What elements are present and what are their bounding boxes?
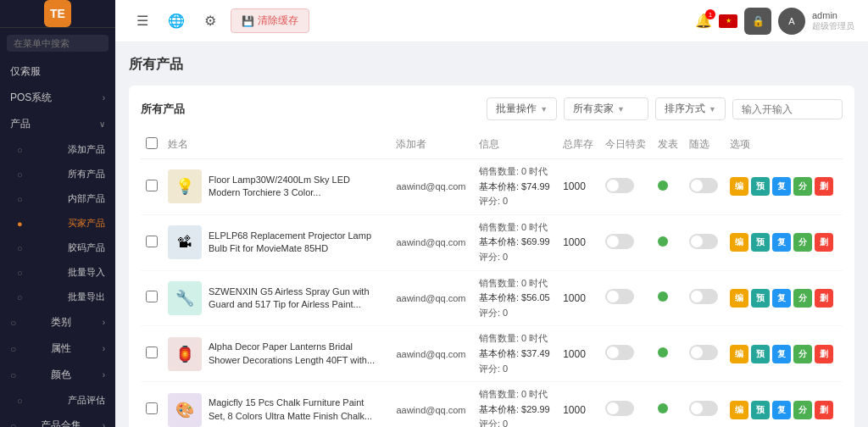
sidebar-item-barcode-products[interactable]: ○ 胶码产品 (0, 236, 115, 260)
sidebar-item-bulk-export[interactable]: ○ 批量导出 (0, 285, 115, 309)
sidebar-item-products[interactable]: 产品 ∨ (0, 111, 115, 137)
flag-icon[interactable] (719, 14, 737, 28)
notification-icon[interactable]: 🔔 1 (695, 13, 712, 29)
rating: 评分: 0 (479, 194, 553, 209)
product-cell: 💡 Floor Lamp30W/2400Lm Sky LED Modern To… (168, 169, 386, 203)
preview-button[interactable]: 预 (751, 289, 770, 308)
copy-button[interactable]: 复 (772, 233, 791, 252)
preview-button[interactable]: 预 (751, 401, 770, 419)
edit-button[interactable]: 编 (730, 177, 748, 196)
sidebar-item-buyer-products[interactable]: ● 买家产品 (0, 211, 115, 236)
sidebar-item-label: 颜色 (51, 368, 71, 382)
select-all-checkbox[interactable] (146, 137, 158, 149)
sidebar-item-internal-products[interactable]: ○ 内部产品 (0, 186, 115, 211)
base-price: 基本价格: $69.99 (479, 235, 553, 250)
sidebar-item-add-product[interactable]: ○ 添加产品 (0, 137, 115, 162)
clear-cache-button[interactable]: 💾 清除缓存 (231, 8, 309, 33)
seller-filter-dropdown[interactable]: 所有卖家 ▼ (564, 97, 648, 120)
rating: 评分: 0 (479, 417, 553, 427)
today-special-toggle[interactable] (605, 401, 634, 416)
product-image: 🎨 (168, 393, 202, 427)
admin-name: admin (812, 10, 854, 20)
delete-button[interactable]: 删 (815, 233, 833, 252)
today-special-toggle[interactable] (605, 234, 634, 249)
globe-button[interactable]: 🌐 (163, 8, 190, 35)
delete-button[interactable]: 删 (815, 177, 833, 196)
sidebar-item-pos[interactable]: POS系统 › (0, 85, 115, 111)
delete-button[interactable]: 删 (815, 401, 833, 419)
admin-info: admin 超级管理员 (812, 10, 854, 32)
share-button[interactable]: 分 (793, 289, 812, 308)
sidebar-item-all-products[interactable]: ○ 所有产品 (0, 162, 115, 186)
product-cell: 📽 ELPLP68 Replacement Projector Lamp Bul… (168, 225, 386, 259)
sort-dropdown[interactable]: 排序方式 ▼ (655, 97, 726, 120)
action-buttons: 编 预 复 分 删 (730, 289, 837, 308)
edit-button[interactable]: 编 (730, 401, 748, 419)
product-name: Alpha Decor Paper Lanterns Bridal Shower… (209, 341, 378, 367)
menu-toggle-button[interactable]: ☰ (129, 8, 156, 35)
supplier-email: aawind@qq.com (396, 349, 465, 359)
copy-button[interactable]: 复 (772, 289, 791, 308)
sidebar-item-category[interactable]: ○ 类别 › (0, 309, 115, 336)
row-checkbox[interactable] (146, 402, 158, 414)
product-info: 销售数量: 0 时代 基本价格: $69.99 评分: 0 (479, 220, 553, 265)
sort-label: 排序方式 (665, 102, 705, 116)
delete-button[interactable]: 删 (815, 289, 833, 308)
sidebar-item-dashboard[interactable]: 仅索服 (0, 58, 115, 85)
share-button[interactable]: 分 (793, 233, 812, 252)
sidebar-item-label: 买家产品 (68, 217, 105, 230)
bulk-ops-label: 批量操作 (496, 102, 537, 116)
sidebar-search-input[interactable] (7, 35, 108, 52)
edit-button[interactable]: 编 (730, 233, 748, 252)
share-button[interactable]: 分 (793, 177, 812, 196)
sidebar-item-label: 批量导出 (68, 291, 105, 303)
copy-button[interactable]: 复 (772, 345, 791, 363)
admin-role: 超级管理员 (812, 20, 854, 32)
sidebar-item-collection[interactable]: ○ 产品合集 › (0, 413, 115, 427)
publish-status (658, 403, 668, 413)
sales-count: 销售数量: 0 时代 (479, 276, 553, 291)
sidebar-item-colors[interactable]: ○ 颜色 › (0, 362, 115, 388)
today-special-toggle[interactable] (605, 345, 634, 360)
featured-toggle[interactable] (689, 401, 718, 416)
preview-button[interactable]: 预 (751, 233, 770, 252)
share-button[interactable]: 分 (793, 401, 812, 419)
featured-toggle[interactable] (689, 234, 718, 249)
copy-button[interactable]: 复 (772, 401, 791, 419)
share-button[interactable]: 分 (793, 345, 812, 363)
supplier-email: aawind@qq.com (396, 237, 465, 247)
row-checkbox[interactable] (146, 180, 158, 191)
bulk-ops-dropdown[interactable]: 批量操作 ▼ (487, 97, 557, 120)
featured-toggle[interactable] (689, 178, 718, 193)
edit-button[interactable]: 编 (730, 289, 748, 308)
featured-toggle[interactable] (689, 289, 718, 304)
col-actions: 选项 (725, 130, 843, 159)
rating: 评分: 0 (479, 306, 553, 321)
preview-button[interactable]: 预 (751, 345, 770, 363)
supplier-email: aawind@qq.com (396, 181, 465, 191)
sidebar-item-product-review[interactable]: ○ 产品评估 (0, 388, 115, 413)
delete-button[interactable]: 删 (815, 345, 833, 363)
today-special-toggle[interactable] (605, 178, 634, 193)
preview-button[interactable]: 预 (751, 177, 770, 196)
copy-button[interactable]: 复 (772, 177, 791, 196)
product-info: 销售数量: 0 时代 基本价格: $29.99 评分: 0 (479, 387, 553, 427)
lock-icon[interactable]: 🔒 (744, 8, 771, 35)
publish-status (658, 236, 668, 247)
action-buttons: 编 预 复 分 删 (730, 233, 837, 252)
row-checkbox[interactable] (146, 291, 158, 302)
row-checkbox[interactable] (146, 236, 158, 247)
product-search-input[interactable] (732, 99, 843, 119)
sidebar-item-attributes[interactable]: ○ 属性 › (0, 336, 115, 362)
sales-count: 销售数量: 0 时代 (479, 164, 553, 180)
sidebar-item-label: 仅索服 (10, 64, 41, 79)
featured-toggle[interactable] (689, 345, 718, 360)
row-checkbox[interactable] (146, 347, 158, 358)
edit-button[interactable]: 编 (730, 345, 748, 363)
supplier-email: aawind@qq.com (396, 293, 465, 303)
settings-button[interactable]: ⚙ (197, 8, 224, 35)
topbar: ☰ 🌐 ⚙ 💾 清除缓存 🔔 1 🔒 A admin 超级管理员 (115, 0, 868, 42)
sidebar-item-label: 批量导入 (68, 266, 105, 279)
today-special-toggle[interactable] (605, 289, 634, 304)
sidebar-item-bulk-import[interactable]: ○ 批量导入 (0, 260, 115, 285)
